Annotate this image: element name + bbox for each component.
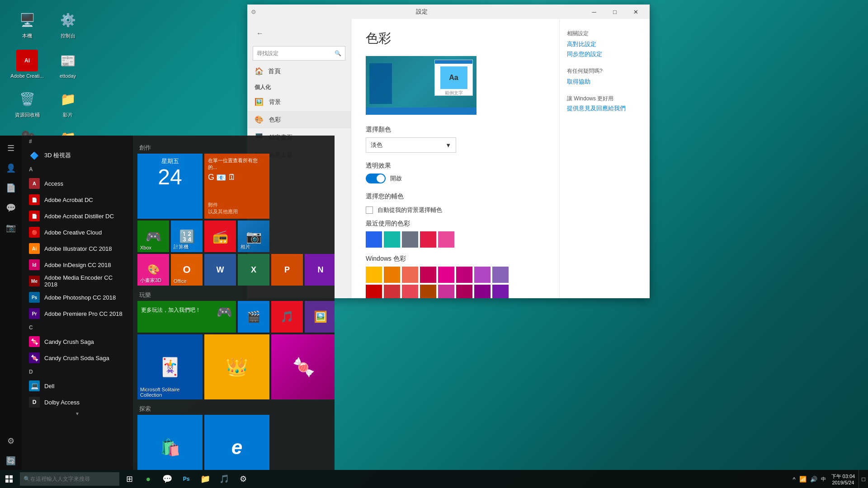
tile-office[interactable]: O Office — [171, 254, 203, 286]
tile-more-fun[interactable]: 🎮 更多玩法，加入我們吧！ — [137, 301, 236, 333]
app-dell[interactable]: 💻 Dell — [22, 378, 133, 394]
tile-king[interactable]: 👑 — [204, 334, 269, 399]
settings-home-link[interactable]: 🏠 首頁 — [247, 62, 351, 80]
tile-ms-edge[interactable]: e Microsoft Edge — [204, 415, 269, 470]
tile-calendar[interactable]: 星期五 24 — [137, 154, 203, 219]
tile-excel[interactable]: X — [238, 254, 269, 286]
win-color-10[interactable] — [384, 285, 400, 298]
win-color-12[interactable] — [420, 285, 436, 298]
tile-gallery[interactable]: 🖼️ — [305, 301, 335, 333]
tile-solitaire[interactable]: 🃏 Microsoft Solitaire Collection — [137, 334, 203, 399]
win-color-15[interactable] — [474, 285, 491, 298]
sync-settings-link[interactable]: 同步您的設定 — [567, 50, 642, 58]
tile-calculator[interactable]: 🔢 計算機 — [171, 221, 203, 252]
app-adobe-cc[interactable]: 🔴 Adobe Creative Cloud — [22, 224, 133, 240]
chrome-button[interactable]: ● — [139, 470, 157, 488]
tile-ms-store[interactable]: 🛍️ Microsoft Store — [137, 415, 203, 470]
desktop-icon-adobe[interactable]: Ai Adobe Creati... — [9, 50, 45, 79]
app-media-encoder[interactable]: Me Adobe Media Encoder CC 2018 — [22, 273, 133, 289]
sidebar-document[interactable]: 📄 — [2, 179, 20, 197]
tile-onenote[interactable]: N — [305, 254, 335, 286]
nav-color[interactable]: 🎨 色彩 — [247, 111, 351, 128]
tile-xbox[interactable]: 🎮 Xbox — [137, 221, 169, 252]
recent-color-red[interactable] — [420, 231, 436, 248]
show-desktop[interactable]: □ — [859, 470, 868, 488]
sidebar-user[interactable]: 👤 — [2, 159, 20, 177]
win-color-5[interactable] — [438, 267, 454, 283]
app-acrobat-distiller[interactable]: 📄 Adobe Acrobat Distiller DC — [22, 208, 133, 224]
win-color-14[interactable] — [456, 285, 472, 298]
sidebar-settings[interactable]: ⚙ — [2, 432, 20, 450]
desktop-icon-recycle[interactable]: 🗑️ 資源回收桶 — [9, 88, 45, 118]
win-color-16[interactable] — [492, 285, 509, 298]
maximize-button[interactable]: □ — [604, 5, 625, 19]
color-dropdown[interactable]: 淡色 ▼ — [366, 137, 456, 153]
system-clock[interactable]: 下午 03:04 2019/5/24 — [828, 470, 859, 488]
minimize-button[interactable]: ─ — [584, 5, 604, 19]
start-button[interactable] — [0, 470, 18, 488]
app-indesign[interactable]: Id Adobe InDesign CC 2018 — [22, 257, 133, 273]
contrast-settings-link[interactable]: 高對比設定 — [567, 40, 642, 48]
app-acrobat-dc[interactable]: 📄 Adobe Acrobat DC — [22, 192, 133, 208]
desktop-icon-movies[interactable]: 📁 影片 — [50, 88, 86, 118]
win-color-13[interactable] — [438, 285, 454, 298]
sidebar-hamburger[interactable]: ☰ — [2, 139, 20, 157]
app-premiere[interactable]: Pr Adobe Premiere Pro CC 2018 — [22, 305, 133, 322]
auto-accent-checkbox[interactable] — [366, 206, 373, 214]
app-list-scroll[interactable]: # 🔷 3D 檢視器 A A Access 📄 Adobe Acrobat DC… — [22, 136, 133, 470]
transparency-toggle[interactable] — [366, 174, 386, 183]
tray-notifications[interactable]: ^ — [791, 470, 797, 488]
get-help-link[interactable]: 取得協助 — [567, 78, 642, 86]
task-view-button[interactable]: ⊞ — [120, 470, 138, 488]
recent-color-teal[interactable] — [384, 231, 400, 248]
photoshop-button[interactable]: Ps — [177, 470, 195, 488]
feedback-link[interactable]: 提供意見及回應給我們 — [567, 104, 642, 113]
system-settings-button[interactable]: ⚙ — [234, 470, 252, 488]
app-dolby[interactable]: D Dolby Access — [22, 394, 133, 410]
sidebar-photo[interactable]: 📷 — [2, 219, 20, 237]
tray-ime[interactable]: 中 — [819, 470, 828, 488]
tile-groove[interactable]: 🎵 — [271, 301, 303, 333]
app-candy-crush-soda[interactable]: 🍬 Candy Crush Soda Saga — [22, 350, 133, 366]
close-button[interactable]: ✕ — [625, 5, 646, 19]
tile-films[interactable]: 🎬 — [238, 301, 269, 333]
media-button[interactable]: 🎵 — [215, 470, 233, 488]
app-candy-crush[interactable]: 🍬 Candy Crush Saga — [22, 333, 133, 350]
win-color-7[interactable] — [474, 267, 491, 283]
settings-back-button[interactable]: ← — [251, 24, 269, 42]
tray-network[interactable]: 📶 — [797, 470, 808, 488]
taskbar-search-input[interactable] — [30, 476, 112, 482]
win-color-4[interactable] — [420, 267, 436, 283]
recent-color-pink[interactable] — [438, 231, 454, 248]
win-color-9[interactable] — [366, 285, 382, 298]
app-photoshop[interactable]: Ps Adobe Photoshop CC 2018 — [22, 289, 133, 305]
win-color-2[interactable] — [384, 267, 400, 283]
tile-office-suite[interactable]: 在單一位置查看所有您的... G 📧 🗓 郵件以及其他應用 — [204, 154, 269, 219]
tile-xiaojia3d[interactable]: 🎨 小畫家3D — [137, 254, 169, 286]
app-access[interactable]: A Access — [22, 175, 133, 192]
taskbar-search[interactable]: 🔍 — [20, 472, 119, 486]
sidebar-chat[interactable]: 💬 — [2, 199, 20, 217]
tile-candy[interactable]: 🍬 — [271, 334, 335, 399]
win-color-1[interactable] — [366, 267, 382, 283]
win-color-8[interactable] — [492, 267, 509, 283]
tile-photos[interactable]: 📷 相片 — [238, 221, 269, 252]
win-color-11[interactable] — [402, 285, 418, 298]
line-button[interactable]: 💬 — [158, 470, 176, 488]
desktop-icon-documents[interactable]: 🖥️ 本機 — [9, 9, 45, 39]
nav-background[interactable]: 🖼️ 背景 — [247, 93, 351, 111]
settings-search-input[interactable] — [257, 50, 335, 56]
tile-ppt[interactable]: P — [271, 254, 303, 286]
tile-word[interactable]: W — [204, 254, 236, 286]
recent-color-blue[interactable] — [366, 231, 382, 248]
app-illustrator[interactable]: Ai Adobe Illustrator CC 2018 — [22, 240, 133, 257]
win-color-3[interactable] — [402, 267, 418, 283]
app-3d-viewer[interactable]: 🔷 3D 檢視器 — [22, 147, 133, 164]
sidebar-power[interactable]: 🔄 — [2, 452, 20, 470]
explorer-button[interactable]: 📁 — [196, 470, 214, 488]
tray-volume[interactable]: 🔊 — [808, 470, 819, 488]
tile-radio[interactable]: 📻 — [204, 221, 236, 252]
desktop-icon-ettoday[interactable]: 📰 ettoday — [50, 50, 86, 79]
desktop-icon-control[interactable]: ⚙️ 控制台 — [50, 9, 86, 39]
settings-search-box[interactable]: 🔍 — [253, 46, 345, 61]
